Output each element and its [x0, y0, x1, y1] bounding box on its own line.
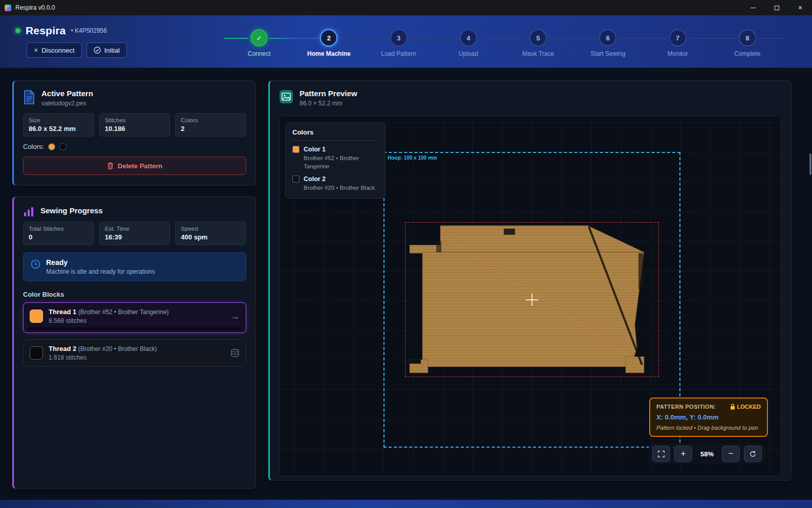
zoom-level: 58% [696, 450, 718, 458]
pattern-position-box: PATTERN POSITION: LOCKED X: 0.0mm, Y: 0.… [649, 397, 768, 437]
step-home-machine-number: 2 [320, 29, 337, 47]
step-start-sewing[interactable]: 6 Start Sewing [573, 29, 643, 57]
step-complete-label: Complete [734, 50, 760, 57]
fit-screen-icon [657, 450, 665, 458]
step-complete-number: 8 [739, 29, 756, 47]
app-header: Respira • K4P502956 × Disconnect Initial… [0, 15, 812, 68]
legend-entry-2: Color 2 Brother #20 • Brother Black [292, 175, 378, 192]
step-monitor-number: 7 [669, 29, 687, 47]
stat-colors-value: 2 [181, 125, 241, 132]
stat-size-value: 86.0 x 52.2 mm [29, 125, 89, 132]
trash-icon [107, 162, 114, 169]
step-monitor[interactable]: 7 Monitor [643, 29, 713, 57]
stat-speed: Speed 400 spm [175, 222, 246, 245]
step-connect[interactable]: ✓ Connect [224, 29, 294, 57]
close-icon: × [798, 4, 802, 12]
minimize-button[interactable] [741, 0, 765, 15]
legend-detail-2: Brother #20 • Brother Black [304, 184, 380, 192]
legend-swatch-2 [292, 175, 300, 183]
step-upload-number: 4 [460, 29, 477, 47]
pattern-position-hint: Pattern locked • Drag background to pan [656, 425, 761, 431]
app-icon [5, 5, 11, 11]
locked-label: LOCKED [737, 404, 761, 410]
machine-status-banner: Ready Machine is idle and ready for oper… [23, 252, 246, 281]
stat-total-stitches-value: 0 [29, 233, 89, 241]
stat-total-stitches: Total Stitches 0 [23, 222, 94, 245]
main-content: Active Pattern valetudogv2.pes Size 86.0… [0, 68, 812, 508]
legend-name-1: Color 1 [304, 146, 326, 153]
preview-canvas[interactable]: Colors Color 1 Brother #52 • Brother Tan… [280, 116, 781, 476]
legend-detail-1: Brother #52 • Brother Tangerine [304, 154, 380, 170]
active-pattern-title: Active Pattern [41, 89, 93, 98]
stat-stitches-value: 10.186 [105, 125, 165, 132]
delete-pattern-label: Delete Pattern [118, 162, 162, 170]
stat-size-label: Size [29, 117, 89, 123]
step-complete[interactable]: 8 Complete [713, 29, 782, 57]
stat-total-stitches-label: Total Stitches [29, 226, 89, 232]
zoom-in-button[interactable]: + [674, 446, 692, 462]
color-swatch-2 [59, 143, 67, 150]
color-blocks-label: Color Blocks [14, 281, 255, 302]
stat-stitches-label: Stitches [105, 117, 165, 123]
initial-label: Initial [104, 47, 120, 54]
step-load-pattern[interactable]: 3 Load Pattern [364, 29, 434, 57]
machine-serial: • K4P502956 [71, 27, 106, 34]
minimize-icon [751, 8, 756, 8]
step-mask-trace[interactable]: 5 Mask Trace [503, 29, 573, 57]
sewing-progress-title: Sewing Progress [40, 206, 103, 215]
step-load-pattern-label: Load Pattern [381, 50, 416, 57]
delete-pattern-button[interactable]: Delete Pattern [23, 157, 246, 175]
legend-swatch-1 [292, 146, 300, 153]
window-title: Respira v0.0.0 [15, 4, 55, 11]
zoom-reset-button[interactable] [744, 446, 762, 462]
thread-2-detail: (Brother #20 • Brother Black) [78, 345, 157, 352]
status-title: Ready [46, 258, 155, 267]
stat-speed-value: 400 spm [181, 233, 241, 241]
stat-est-time-label: Est. Time [105, 226, 165, 232]
step-connect-check-icon: ✓ [250, 29, 268, 47]
zoom-out-button[interactable]: − [722, 446, 740, 462]
step-upload[interactable]: 4 Upload [434, 29, 503, 57]
step-load-pattern-number: 3 [390, 29, 408, 47]
close-button[interactable]: × [788, 0, 812, 15]
step-upload-label: Upload [459, 50, 478, 57]
maximize-button[interactable] [765, 0, 788, 15]
zoom-controls: + 58% − [649, 443, 765, 465]
active-pattern-card: Active Pattern valetudogv2.pes Size 86.0… [12, 80, 256, 186]
arrow-right-icon[interactable]: → [230, 311, 240, 322]
step-monitor-label: Monitor [668, 50, 688, 57]
refresh-icon [749, 450, 757, 458]
window-titlebar: Respira v0.0.0 × [0, 0, 812, 15]
thread-2-stitches: 1.618 stitches [49, 354, 225, 361]
check-circle-icon [94, 47, 101, 54]
pattern-preview-panel: Pattern Preview 86.0 × 52.2 mm Colors Co… [268, 80, 792, 481]
pattern-dimensions: 86.0 × 52.2 mm [300, 100, 357, 107]
disconnect-button[interactable]: × Disconnect [27, 42, 82, 58]
color-swatch-1 [48, 143, 55, 150]
step-mask-trace-label: Mask Trace [522, 50, 554, 57]
status-text: Machine is idle and ready for operations [46, 268, 155, 275]
thread-1-row[interactable]: Thread 1 (Brother #52 • Brother Tangerin… [23, 302, 246, 333]
stat-est-time: Est. Time 16:39 [99, 222, 170, 245]
app-name: Respira [26, 25, 66, 37]
step-start-sewing-number: 6 [599, 29, 616, 47]
workflow-stepper: ✓ Connect 2 Home Machine 3 Load Pattern … [224, 29, 782, 57]
document-icon [23, 90, 35, 104]
step-home-machine[interactable]: 2 Home Machine [294, 29, 364, 57]
sewing-progress-card: Sewing Progress Total Stitches 0 Est. Ti… [12, 196, 256, 489]
pattern-position-title: PATTERN POSITION: [656, 404, 716, 410]
hoop-label: Hoop: 100 x 100 mm [388, 155, 437, 161]
thread-2-name: Thread 2 [49, 345, 76, 352]
window-scrollbar[interactable] [809, 153, 811, 175]
thread-2-row[interactable]: Thread 2 (Brother #20 • Brother Black) 1… [23, 339, 246, 367]
zoom-fit-button[interactable] [652, 446, 670, 462]
footer-bar [0, 500, 812, 508]
image-icon [279, 90, 293, 104]
step-home-machine-label: Home Machine [307, 50, 351, 57]
maximize-icon [775, 6, 779, 10]
thread-2-swatch [30, 346, 43, 360]
step-mask-trace-number: 5 [529, 29, 547, 47]
disconnect-label: Disconnect [41, 47, 74, 54]
pattern-coordinates: X: 0.0mm, Y: 0.0mm [656, 413, 761, 421]
initial-button[interactable]: Initial [87, 42, 127, 58]
